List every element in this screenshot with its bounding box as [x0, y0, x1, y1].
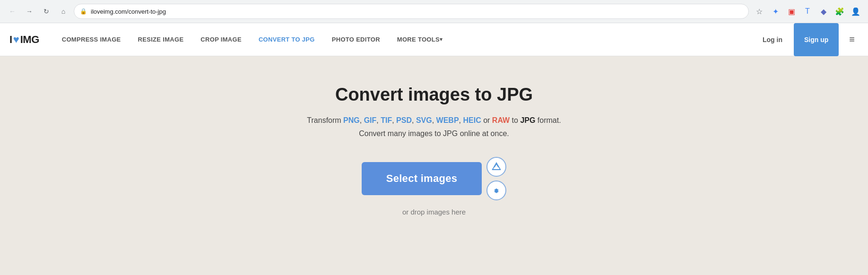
back-button[interactable]: ← — [6, 5, 19, 18]
navbar: I ♥ IMG COMPRESS IMAGE RESIZE IMAGE CROP… — [0, 23, 868, 56]
select-images-button[interactable]: Select images — [362, 162, 482, 195]
subtitle-or: or — [481, 116, 492, 124]
extension-btn-2[interactable]: ▣ — [785, 5, 798, 18]
nav-photo-editor[interactable]: PHOTO EDITOR — [323, 23, 389, 56]
upload-area: Select images — [362, 157, 507, 200]
extension-btn-3[interactable]: T — [801, 5, 814, 18]
page-subtitle-2: Convert many images to JPG online at onc… — [359, 129, 509, 138]
dropbox-button[interactable] — [486, 180, 506, 200]
cloud-buttons — [486, 157, 506, 200]
format-tif: TIF — [381, 116, 392, 124]
subtitle-to: to — [510, 116, 520, 124]
login-button[interactable]: Log in — [756, 32, 789, 47]
dropbox-icon — [492, 186, 501, 195]
logo-text-img: IMG — [20, 34, 39, 46]
page-subtitle: Transform PNG, GIF, TIF, PSD, SVG, WEBP,… — [307, 114, 561, 127]
drop-text: or drop images here — [402, 208, 466, 216]
nav-actions: Log in Sign up ≡ — [756, 23, 859, 56]
subtitle-post: format. — [535, 116, 561, 124]
address-bar[interactable]: 🔒 iloveimg.com/convert-to-jpg — [74, 4, 749, 19]
format-png: PNG — [343, 116, 360, 124]
comma3: , — [392, 116, 396, 124]
browser-chrome: ← → ↻ ⌂ 🔒 iloveimg.com/convert-to-jpg ☆ … — [0, 0, 868, 23]
extension-btn-1[interactable]: ✦ — [769, 5, 782, 18]
nav-links: COMPRESS IMAGE RESIZE IMAGE CROP IMAGE C… — [53, 23, 756, 56]
bookmark-button[interactable]: ☆ — [753, 5, 766, 18]
nav-resize-image[interactable]: RESIZE IMAGE — [130, 23, 192, 56]
subtitle2-bold: JPG — [443, 129, 458, 138]
reload-button[interactable]: ↻ — [40, 5, 53, 18]
format-webp: WEBP — [436, 116, 459, 124]
extension-btn-4[interactable]: ◆ — [817, 5, 830, 18]
nav-crop-image[interactable]: CROP IMAGE — [192, 23, 250, 56]
format-gif: GIF — [364, 116, 377, 124]
nav-compress-image[interactable]: COMPRESS IMAGE — [53, 23, 130, 56]
comma1: , — [360, 116, 364, 124]
nav-more-tools[interactable]: MORE TOOLS — [389, 23, 451, 56]
comma4: , — [412, 116, 416, 124]
subtitle2-pre: Convert many images to — [359, 129, 443, 138]
extension-btn-5[interactable]: 🧩 — [833, 5, 846, 18]
main-content: Convert images to JPG Transform PNG, GIF… — [0, 56, 868, 275]
nav-convert-to-jpg[interactable]: CONVERT TO JPG — [250, 23, 323, 56]
menu-button[interactable]: ≡ — [845, 30, 859, 49]
comma5: , — [432, 116, 436, 124]
format-jpg-label: JPG — [520, 116, 535, 124]
format-heic: HEIC — [463, 116, 481, 124]
subtitle-pre: Transform — [307, 116, 343, 124]
forward-button[interactable]: → — [23, 5, 36, 18]
format-raw: RAW — [492, 116, 510, 124]
logo-heart-icon: ♥ — [13, 34, 19, 46]
page-title: Convert images to JPG — [335, 85, 533, 105]
logo-text-i: I — [9, 34, 12, 46]
home-button[interactable]: ⌂ — [57, 5, 70, 18]
lock-icon: 🔒 — [80, 8, 87, 15]
signup-button[interactable]: Sign up — [794, 23, 839, 56]
url-text: iloveimg.com/convert-to-jpg — [91, 8, 166, 15]
google-drive-button[interactable] — [486, 157, 506, 177]
browser-toolbar: ← → ↻ ⌂ 🔒 iloveimg.com/convert-to-jpg ☆ … — [0, 0, 868, 23]
logo[interactable]: I ♥ IMG — [9, 34, 39, 46]
subtitle2-post: online at once. — [458, 129, 509, 138]
browser-actions: ☆ ✦ ▣ T ◆ 🧩 👤 — [753, 5, 862, 18]
format-psd: PSD — [396, 116, 412, 124]
comma2: , — [376, 116, 381, 124]
google-drive-icon — [492, 162, 501, 172]
format-svg: SVG — [416, 116, 432, 124]
profile-button[interactable]: 👤 — [849, 5, 862, 18]
